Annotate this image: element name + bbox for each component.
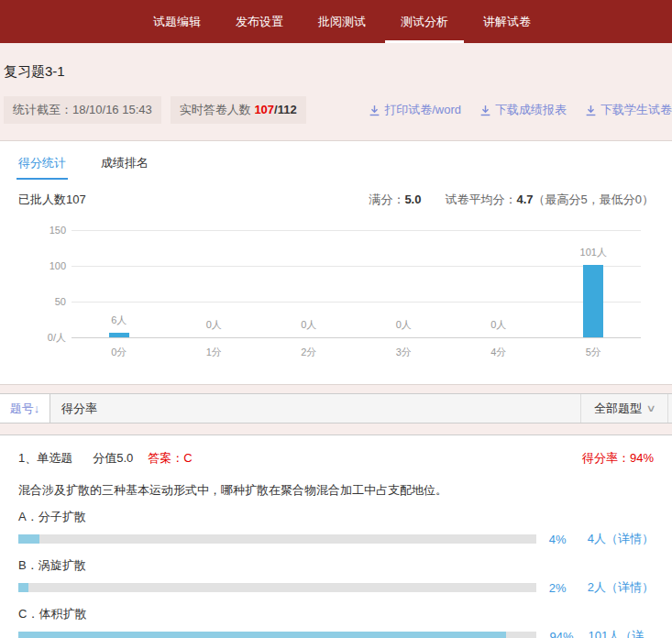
print-paper-word-link[interactable]: 打印试卷/word <box>369 102 461 118</box>
x-axis-tick-label: 3分 <box>357 346 452 359</box>
question-score: 分值5.0 <box>93 450 133 467</box>
option-label: C．体积扩散 <box>18 606 654 622</box>
download-score-report-label: 下载成绩报表 <box>495 102 567 118</box>
nav-tab-explain-paper[interactable]: 讲解试卷 <box>466 0 548 43</box>
deadline-badge: 统计截至：18/10/16 15:43 <box>4 96 161 124</box>
download-links: 打印试卷/word下载成绩报表下载学生试卷 <box>369 102 672 118</box>
score-range-note: （最高分5，最低分0） <box>534 192 654 206</box>
bar-value-label: 101人 <box>580 246 607 259</box>
bar-value-label: 0人 <box>396 318 412 332</box>
respondents-label: 实时答卷人数 <box>180 103 255 116</box>
bar-slot: 0人 <box>357 230 452 337</box>
options-list: A．分子扩散4%4人（详情）B．涡旋扩散2%2人（详情）C．体积扩散94%101… <box>18 509 654 638</box>
download-icon <box>479 104 491 116</box>
sort-down-icon: ↓ <box>34 402 40 415</box>
option-count-detail-link[interactable]: 101人（详... <box>588 628 654 638</box>
print-paper-word-label: 打印试卷/word <box>384 102 461 118</box>
page-title: 复习题3-1 <box>0 43 672 81</box>
page: 试题编辑发布设置批阅测试测试分析讲解试卷 复习题3-1 统计截至：18/10/1… <box>0 0 672 638</box>
bar-value-label: 0人 <box>301 318 316 332</box>
type-filter-value: 全部题型 <box>594 401 642 417</box>
download-icon <box>369 104 380 116</box>
option-bar-track <box>18 632 536 638</box>
score-info: 满分：5.0试卷平均分：4.7（最高分5，最低分0） <box>369 192 654 208</box>
download-student-papers-link[interactable]: 下载学生试卷 <box>585 102 672 118</box>
option-bar-fill <box>18 583 28 592</box>
option-percent: 4% <box>549 533 580 546</box>
option-bar-row: 2%2人（详情） <box>18 579 654 596</box>
option-bar-track <box>18 534 536 544</box>
tab-score-ranking[interactable]: 成绩排名 <box>101 155 149 180</box>
bar-slot: 0人 <box>261 230 357 337</box>
option-bar-row: 94%101人（详... <box>18 628 654 638</box>
full-score-value: 5.0 <box>404 192 421 206</box>
download-score-report-link[interactable]: 下载成绩报表 <box>479 102 567 118</box>
x-axis-labels: 0分1分2分3分4分5分 <box>72 346 641 359</box>
download-student-papers-label: 下载学生试卷 <box>600 102 672 118</box>
top-nav: 试题编辑发布设置批阅测试测试分析讲解试卷 <box>0 0 672 43</box>
score-rate-column-label: 得分率 <box>50 394 580 423</box>
bar-value-label: 0人 <box>490 318 506 332</box>
avg-score-value: 4.7 <box>516 192 533 206</box>
y-axis-tick-label: 100 <box>24 260 66 271</box>
option-percent: 94% <box>549 630 580 638</box>
option-label: B．涡旋扩散 <box>18 557 654 574</box>
avg-score-label: 试卷平均分： <box>445 192 516 206</box>
chevron-down-icon: ∨ <box>645 402 655 414</box>
question-rate: 得分率：94% <box>582 450 654 467</box>
question-filter-bar: 题号↓ 得分率 全部题型 ∨ <box>0 393 672 424</box>
stats-bar: 统计截至：18/10/16 15:43 实时答卷人数 107/112 打印试卷/… <box>0 96 672 124</box>
summary-row: 已批人数107 满分：5.0试卷平均分：4.7（最高分5，最低分0） <box>18 192 654 208</box>
y-axis-tick-label: 150 <box>24 225 66 236</box>
bar-slot: 0人 <box>451 230 546 337</box>
question-header: 1、单选题 分值5.0 答案：C 得分率：94% <box>18 450 654 467</box>
download-icon <box>585 104 597 116</box>
option-count-detail-link[interactable]: 2人（详情） <box>588 579 654 596</box>
respondents-total: /112 <box>274 103 297 116</box>
tab-score-statistics[interactable]: 得分统计 <box>18 155 66 180</box>
nav-tab-question-edit[interactable]: 试题编辑 <box>136 0 218 43</box>
option-bar-fill <box>18 534 39 544</box>
option-count-detail-link[interactable]: 4人（详情） <box>588 531 654 547</box>
bar-slot: 0人 <box>167 230 262 337</box>
nav-tab-review-test[interactable]: 批阅测试 <box>301 0 383 43</box>
panel-tabs: 得分统计成绩排名 <box>18 141 654 180</box>
y-axis-tick-label: 0/人 <box>24 331 66 345</box>
x-axis-tick-label: 2分 <box>261 346 357 359</box>
x-axis-tick-label: 5分 <box>546 346 642 359</box>
full-score-label: 满分： <box>369 192 404 206</box>
graded-count: 已批人数107 <box>18 192 86 208</box>
question-type-dropdown[interactable]: 全部题型 ∨ <box>580 394 668 423</box>
y-axis-tick-label: 50 <box>24 296 66 307</box>
option-bar-fill <box>18 632 506 638</box>
bar <box>583 265 603 337</box>
nav-tab-test-analysis[interactable]: 测试分析 <box>383 0 466 43</box>
option-percent: 2% <box>549 581 580 595</box>
nav-tab-publish-settings[interactable]: 发布设置 <box>218 0 301 43</box>
question-answer: 答案：C <box>148 450 192 467</box>
respondents-badge: 实时答卷人数 107/112 <box>171 96 306 124</box>
sort-label: 题号 <box>10 401 34 417</box>
question-panel: 1、单选题 分值5.0 答案：C 得分率：94% 混合涉及扩散的三种基本运动形式… <box>0 434 672 638</box>
question-number-type: 1、单选题 <box>18 450 72 467</box>
x-axis-tick-label: 0分 <box>72 346 167 359</box>
x-axis-tick-label: 4分 <box>451 346 546 359</box>
bar-value-label: 0人 <box>206 318 222 332</box>
statistics-panel: 得分统计成绩排名 已批人数107 满分：5.0试卷平均分：4.7（最高分5，最低… <box>0 140 672 385</box>
bar-slot: 101人 <box>546 230 642 337</box>
x-axis-tick-label: 1分 <box>167 346 262 359</box>
score-distribution-chart: 150100500/人6人0人0人0人0人101人0分1分2分3分4分5分 <box>24 230 648 369</box>
respondents-current: 107 <box>254 103 274 116</box>
sort-by-question-button[interactable]: 题号↓ <box>0 394 50 423</box>
bar-slot: 6人 <box>72 230 167 337</box>
option-label: A．分子扩散 <box>18 509 654 525</box>
option-bar-track <box>18 583 536 592</box>
grid-line <box>72 337 641 338</box>
question-text: 混合涉及扩散的三种基本运动形式中，哪种扩散在聚合物混合加工中占支配地位。 <box>18 482 654 499</box>
bar-value-label: 6人 <box>111 314 127 327</box>
option-bar-row: 4%4人（详情） <box>18 531 654 547</box>
chart-bars: 6人0人0人0人0人101人 <box>72 230 641 337</box>
bar <box>109 333 129 337</box>
